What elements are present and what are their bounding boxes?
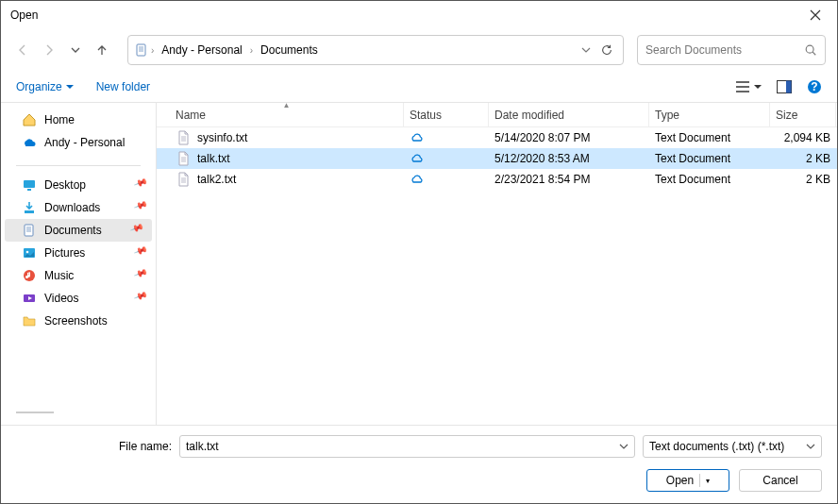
breadcrumb-segment[interactable]: Documents: [255, 43, 324, 57]
file-type: Text Document: [649, 152, 770, 165]
sidebar: HomeAndy - Personal Desktop📌Downloads📌Do…: [1, 103, 157, 425]
search-box[interactable]: [637, 35, 826, 65]
file-date: 5/12/2020 8:53 AM: [489, 152, 649, 165]
dialog-title: Open: [10, 8, 794, 22]
videos-icon: [22, 291, 37, 306]
home-icon: [22, 112, 37, 127]
sidebar-item-label: Desktop: [44, 178, 86, 192]
sidebar-item[interactable]: Screenshots: [1, 310, 156, 332]
pin-icon: 📌: [133, 244, 148, 258]
refresh-button[interactable]: [596, 40, 617, 60]
svg-text:?: ?: [811, 80, 817, 93]
svg-rect-9: [25, 225, 33, 236]
chevron-down-icon: [806, 442, 815, 451]
sidebar-item-label: Home: [44, 113, 75, 126]
pin-icon: 📌: [133, 198, 148, 212]
separator: [16, 412, 54, 413]
file-size: 2,094 KB: [770, 131, 836, 144]
svg-rect-0: [137, 44, 145, 56]
chevron-right-icon: ›: [248, 45, 255, 56]
column-type-header[interactable]: Type: [649, 103, 770, 126]
file-size: 2 KB: [770, 173, 836, 186]
new-folder-button[interactable]: New folder: [96, 80, 150, 93]
documents-icon: [134, 42, 149, 58]
view-menu[interactable]: [735, 80, 762, 93]
column-date-header[interactable]: Date modified: [489, 103, 649, 126]
file-row[interactable]: talk.txt5/12/2020 8:53 AMText Document2 …: [157, 148, 837, 169]
svg-rect-7: [27, 189, 31, 191]
sidebar-item[interactable]: Documents📌: [5, 219, 152, 242]
filename-label: File name:: [110, 440, 172, 453]
pin-icon: 📌: [129, 221, 144, 235]
column-name-header[interactable]: Name▲: [170, 103, 404, 126]
file-type: Text Document: [649, 131, 770, 144]
folder-icon: [22, 313, 37, 328]
sidebar-item[interactable]: Andy - Personal: [1, 131, 156, 154]
pin-icon: 📌: [133, 289, 148, 303]
sidebar-item[interactable]: Home: [1, 109, 156, 131]
sidebar-item-label: Videos: [44, 292, 78, 305]
sidebar-item-label: Documents: [44, 224, 102, 237]
file-date: 2/23/2021 8:54 PM: [489, 173, 649, 186]
file-type: Text Document: [649, 173, 770, 186]
pictures-icon: [22, 245, 37, 260]
file-row[interactable]: talk2.txt2/23/2021 8:54 PMText Document2…: [157, 169, 837, 190]
sidebar-item[interactable]: Pictures📌: [1, 242, 156, 264]
address-bar[interactable]: › Andy - Personal › Documents: [127, 35, 624, 65]
open-split-dropdown[interactable]: ▾: [699, 474, 710, 487]
column-status-header[interactable]: Status: [404, 103, 489, 126]
svg-rect-8: [25, 210, 34, 213]
forward-button[interactable]: [39, 40, 59, 60]
sidebar-item[interactable]: Downloads📌: [1, 196, 156, 219]
sidebar-item-label: Andy - Personal: [44, 136, 125, 149]
filetype-combobox[interactable]: Text documents (.txt) (*.txt): [643, 435, 822, 458]
sort-indicator-icon: ▲: [283, 101, 291, 109]
back-button[interactable]: [12, 40, 33, 60]
organize-menu[interactable]: Organize: [16, 80, 74, 93]
sidebar-item[interactable]: Music📌: [1, 264, 156, 287]
sidebar-item-label: Music: [44, 269, 74, 282]
svg-point-1: [806, 45, 813, 53]
sidebar-item-label: Downloads: [44, 201, 100, 214]
cancel-button[interactable]: Cancel: [739, 469, 822, 492]
preview-pane-button[interactable]: [777, 80, 792, 93]
textfile-icon: [176, 172, 191, 187]
downloads-icon: [22, 200, 37, 215]
sidebar-item[interactable]: Videos📌: [1, 287, 156, 310]
file-name: sysinfo.txt: [197, 131, 247, 144]
recent-dropdown[interactable]: [65, 40, 86, 60]
chevron-right-icon: ›: [149, 45, 156, 56]
svg-rect-6: [24, 180, 35, 188]
sidebar-item-label: Screenshots: [44, 314, 108, 328]
file-date: 5/14/2020 8:07 PM: [489, 131, 649, 144]
filename-input[interactable]: [186, 440, 619, 453]
svg-point-11: [26, 251, 29, 254]
sidebar-item[interactable]: Desktop📌: [1, 174, 156, 196]
search-input[interactable]: [645, 43, 804, 57]
desktop-icon: [22, 177, 37, 193]
file-name: talk.txt: [197, 152, 230, 165]
documents-icon: [22, 223, 37, 238]
breadcrumb-segment[interactable]: Andy - Personal: [156, 43, 247, 57]
cloud-status-icon: [410, 151, 425, 166]
music-icon: [22, 268, 37, 283]
sidebar-item-label: Pictures: [44, 246, 85, 260]
separator: [16, 165, 141, 166]
file-size: 2 KB: [770, 152, 836, 165]
cloud-status-icon: [410, 172, 425, 187]
svg-rect-3: [786, 80, 792, 92]
column-size-header[interactable]: Size: [770, 103, 836, 126]
textfile-icon: [176, 130, 191, 145]
chevron-down-icon[interactable]: [619, 442, 628, 451]
onedrive-icon: [22, 135, 37, 150]
help-button[interactable]: ?: [807, 79, 822, 94]
filename-combobox[interactable]: [179, 435, 635, 458]
pin-icon: 📌: [133, 266, 148, 280]
up-button[interactable]: [92, 40, 112, 60]
open-button[interactable]: Open▾: [646, 469, 729, 492]
file-row[interactable]: sysinfo.txt5/14/2020 8:07 PMText Documen…: [157, 127, 837, 148]
pin-icon: 📌: [133, 176, 148, 190]
address-dropdown[interactable]: [576, 40, 596, 60]
close-button[interactable]: [794, 1, 837, 29]
cloud-status-icon: [410, 130, 425, 145]
